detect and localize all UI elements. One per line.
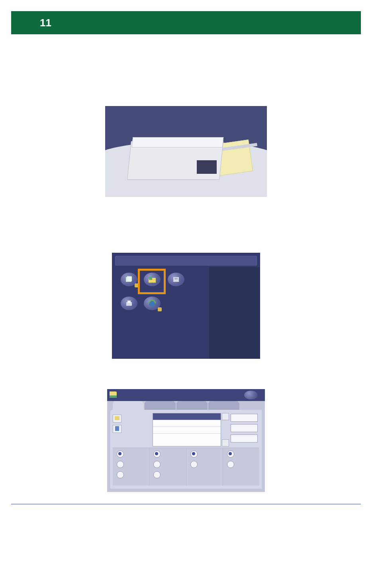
- folder-icon: [110, 391, 117, 398]
- tab-1[interactable]: [113, 401, 144, 410]
- tab-2[interactable]: [145, 401, 176, 410]
- action-button-2[interactable]: [231, 424, 258, 432]
- svg-rect-5: [174, 278, 178, 279]
- option-radio[interactable]: [117, 450, 124, 458]
- option-radio[interactable]: [190, 450, 198, 458]
- tab-strip: [113, 401, 239, 410]
- screen-side-panel: [209, 267, 260, 359]
- scroll-up-button[interactable]: [222, 413, 229, 420]
- chapter-header-bar: 11: [11, 11, 361, 34]
- selection-highlight: [138, 269, 166, 294]
- option-radio[interactable]: [227, 450, 234, 458]
- scanner-slot: [197, 160, 217, 174]
- tab-4[interactable]: [208, 401, 239, 410]
- option-column: [223, 448, 259, 486]
- list-selected-row[interactable]: [153, 413, 221, 420]
- action-button-1[interactable]: [231, 414, 258, 422]
- action-button-3[interactable]: [231, 435, 258, 442]
- fax-service-icon[interactable]: [168, 273, 184, 286]
- side-page-button[interactable]: [113, 425, 121, 433]
- list-row[interactable]: [153, 427, 221, 433]
- svg-rect-7: [127, 301, 131, 303]
- internet-services-icon[interactable]: [144, 297, 161, 310]
- option-radio[interactable]: [190, 461, 198, 468]
- footer-divider: [11, 504, 361, 504]
- services-home-icon[interactable]: [244, 391, 258, 399]
- scanner-illustration: [105, 106, 267, 197]
- svg-rect-1: [127, 276, 132, 281]
- services-screen-illustration: [112, 253, 260, 359]
- options-grid: [113, 448, 259, 486]
- template-list[interactable]: [153, 413, 221, 446]
- scroll-down-button[interactable]: [222, 439, 229, 446]
- tab-3[interactable]: [176, 401, 208, 410]
- option-radio[interactable]: [153, 450, 161, 458]
- scanner-lid: [132, 137, 224, 147]
- option-radio[interactable]: [153, 471, 161, 478]
- option-column: [113, 448, 149, 486]
- option-column: [149, 448, 186, 486]
- screen-title-bar: [115, 256, 257, 265]
- option-radio[interactable]: [227, 461, 234, 468]
- settings-screen-illustration: [107, 389, 265, 492]
- print-service-icon[interactable]: [121, 297, 137, 310]
- tab-panel: [110, 410, 262, 489]
- lock-icon: [158, 307, 162, 311]
- option-column: [186, 448, 223, 486]
- list-row[interactable]: [153, 420, 221, 427]
- chapter-number: 11: [40, 17, 51, 29]
- option-radio[interactable]: [117, 461, 124, 468]
- list-row[interactable]: [153, 433, 221, 440]
- option-radio[interactable]: [153, 461, 161, 468]
- copy-service-icon[interactable]: [121, 273, 137, 286]
- option-radio[interactable]: [117, 471, 124, 478]
- settings-title-bar: [107, 389, 265, 401]
- side-folder-button[interactable]: [113, 415, 121, 423]
